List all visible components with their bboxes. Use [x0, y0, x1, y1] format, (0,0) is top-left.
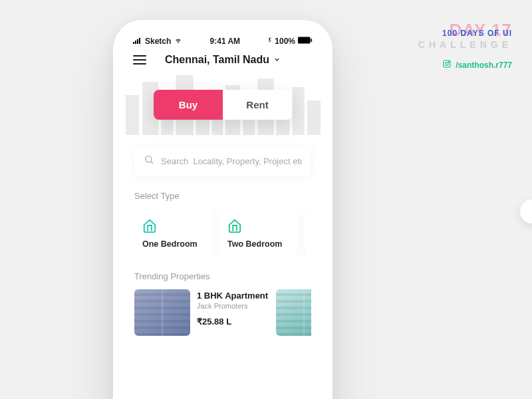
phone-frame: Sketch 9:41 AM 100% Chennai, Tamil Nadu — [113, 20, 332, 399]
challenge-watermark: DAY 17 100 DAYS OF UI CHALLENGE /santhos… — [418, 20, 512, 70]
search-bar[interactable] — [134, 146, 311, 176]
svg-rect-6 — [139, 38, 140, 44]
svg-rect-4 — [135, 41, 136, 44]
signal-icon — [133, 37, 142, 46]
menu-button[interactable] — [133, 55, 146, 65]
trending-list[interactable]: 1 BHK Apartment Jack Promoters ₹25.88 L — [134, 289, 311, 336]
location-label: Chennai, Tamil Nadu — [165, 54, 269, 66]
property-info: 1 BHK Apartment Jack Promoters ₹25.88 L — [197, 289, 268, 336]
svg-point-2 — [449, 61, 450, 62]
tab-rent[interactable]: Rent — [223, 90, 292, 120]
subtitle-label: 100 DAYS OF UI — [430, 29, 512, 38]
type-label: Two Bedroom — [227, 239, 290, 249]
home-icon — [142, 218, 157, 233]
instagram-handle-text: /santhosh.r777 — [456, 61, 512, 70]
floating-action-hint[interactable] — [520, 200, 532, 223]
chevron-down-icon — [273, 54, 281, 66]
trending-heading: Trending Properties — [134, 271, 311, 281]
mode-tabs: Buy Rent — [154, 90, 292, 120]
location-selector[interactable]: Chennai, Tamil Nadu — [165, 54, 281, 66]
trending-card[interactable]: 1 BHK Apartment Jack Promoters ₹25.88 L — [134, 289, 268, 336]
type-label: One Bedroom — [142, 239, 205, 249]
bluetooth-icon — [267, 36, 272, 46]
trending-card[interactable] — [276, 289, 311, 336]
battery-icon — [298, 37, 313, 46]
property-promoter: Jack Promoters — [197, 302, 268, 310]
svg-point-1 — [446, 63, 449, 66]
status-bar: Sketch 9:41 AM 100% — [122, 29, 323, 49]
tab-buy[interactable]: Buy — [154, 90, 223, 120]
carrier-label: Sketch — [145, 37, 171, 46]
svg-rect-8 — [311, 38, 312, 41]
property-price: ₹25.88 L — [197, 317, 268, 327]
svg-rect-9 — [126, 95, 139, 135]
challenge-label: CHALLENGE — [418, 39, 512, 50]
search-icon — [144, 154, 154, 168]
select-type-heading: Select Type — [134, 191, 311, 201]
wifi-icon — [174, 37, 183, 46]
hero-skyline: Buy Rent — [122, 75, 323, 128]
type-list[interactable]: One Bedroom Two Bedroom Three — [134, 209, 311, 257]
type-card-one-bedroom[interactable]: One Bedroom — [134, 209, 213, 257]
main-content: Select Type One Bedroom Two Bedroom Thre… — [122, 128, 323, 336]
battery-percent: 100% — [275, 37, 295, 46]
svg-rect-3 — [133, 42, 134, 44]
instagram-handle[interactable]: /santhosh.r777 — [418, 59, 512, 70]
svg-point-21 — [146, 156, 152, 162]
property-thumbnail — [276, 289, 311, 336]
type-card-two-bedroom[interactable]: Two Bedroom — [219, 209, 298, 257]
time-label: 9:41 AM — [210, 37, 241, 46]
svg-rect-7 — [298, 37, 311, 43]
search-input[interactable] — [161, 156, 302, 166]
property-thumbnail — [134, 289, 190, 336]
phone-screen: Sketch 9:41 AM 100% Chennai, Tamil Nadu — [122, 29, 323, 399]
property-title: 1 BHK Apartment — [197, 291, 268, 301]
svg-rect-5 — [137, 39, 138, 44]
svg-rect-19 — [293, 87, 305, 135]
svg-line-22 — [151, 162, 153, 164]
instagram-icon — [442, 59, 452, 70]
svg-rect-20 — [307, 100, 321, 135]
home-icon — [227, 218, 242, 233]
type-card-three[interactable]: Three — [305, 209, 311, 257]
